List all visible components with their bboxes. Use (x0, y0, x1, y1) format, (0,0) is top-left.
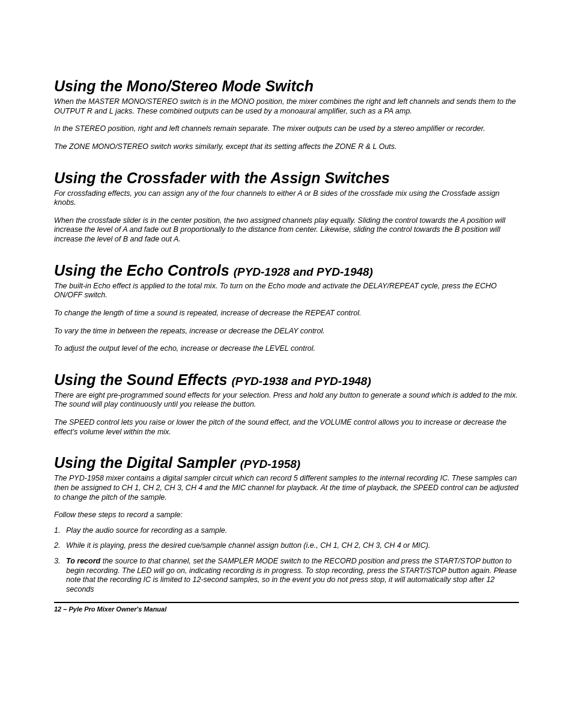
step-text: Play the audio source for recording as a… (66, 526, 227, 535)
para: The SPEED control lets you raise or lowe… (54, 418, 519, 437)
para: In the STEREO position, right and left c… (54, 124, 519, 134)
heading-text: Using the Digital Sampler (54, 454, 240, 471)
divider (54, 602, 519, 603)
para: For crossfading effects, you can assign … (54, 189, 519, 208)
heading-sub: (PYD-1928 and PYD-1948) (234, 265, 373, 278)
para: Follow these steps to record a sample: (54, 511, 519, 520)
step-number: 1. (54, 526, 66, 536)
step-1: 1.Play the audio source for recording as… (54, 526, 519, 536)
step-2: 2.While it is playing, press the desired… (54, 541, 519, 551)
para: The built-in Echo effect is applied to t… (54, 282, 519, 300)
para: When the MASTER MONO/STEREO switch is in… (54, 97, 519, 116)
heading-mono-stereo: Using the Mono/Stereo Mode Switch (54, 77, 519, 95)
heading-sampler: Using the Digital Sampler (PYD-1958) (54, 453, 519, 472)
heading-crossfader: Using the Crossfader with the Assign Swi… (54, 169, 519, 187)
heading-text: Using the Echo Controls (54, 262, 234, 279)
step-text: the source to that channel, set the SAMP… (66, 557, 517, 593)
para: To vary the time in between the repeats,… (54, 327, 519, 336)
heading-sound-effects: Using the Sound Effects (PYD-1938 and PY… (54, 371, 519, 389)
step-3: 3.To record the source to that channel, … (54, 557, 519, 595)
heading-text: Using the Mono/Stereo Mode Switch (54, 77, 314, 94)
para: To change the length of time a sound is … (54, 309, 519, 318)
heading-sub: (PYD-1958) (240, 458, 300, 470)
step-number: 2. (54, 541, 66, 551)
heading-sub: (PYD-1938 and PYD-1948) (231, 375, 371, 387)
para: The PYD-1958 mixer contains a digital sa… (54, 474, 519, 502)
heading-text: Using the Sound Effects (54, 371, 231, 388)
para: When the crossfade slider is in the cent… (54, 216, 519, 244)
step-text: While it is playing, press the desired c… (66, 541, 431, 550)
step-bold: To record (66, 557, 100, 565)
para: The ZONE MONO/STEREO switch works simila… (54, 142, 519, 152)
page-footer: 12 – Pyle Pro Mixer Owner's Manual (54, 605, 519, 613)
para: There are eight pre-programmed sound eff… (54, 391, 519, 410)
para: To adjust the output level of the echo, … (54, 344, 519, 354)
heading-text: Using the Crossfader with the Assign Swi… (54, 169, 390, 186)
heading-echo: Using the Echo Controls (PYD-1928 and PY… (54, 261, 519, 279)
step-number: 3. (54, 557, 66, 566)
